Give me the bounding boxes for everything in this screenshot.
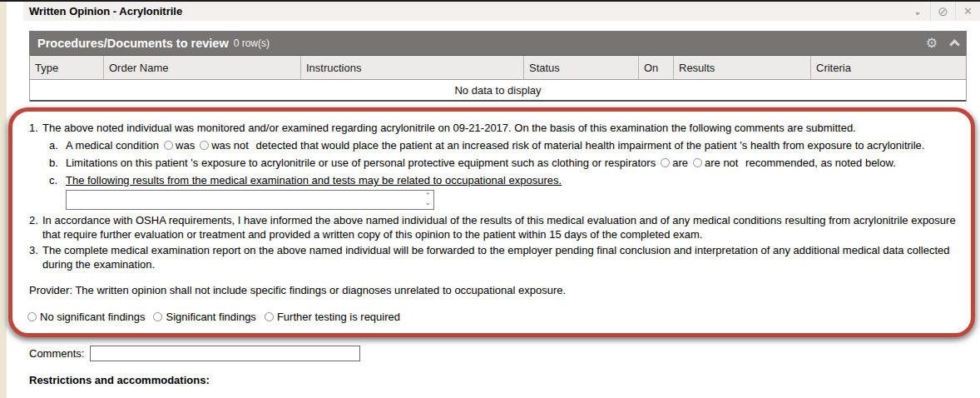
procedures-panel-header: Procedures/Documents to review 0 row(s) … xyxy=(29,31,967,55)
grid-header-row: Type Order Name Instructions Status On R… xyxy=(30,55,966,80)
opinion-item-1b: b. Limitations on this patient 's exposu… xyxy=(49,156,961,170)
item-1b-text-post: recommended, as noted below. xyxy=(745,157,896,169)
item-1c-text: The following results from the medical e… xyxy=(66,173,961,187)
window-controls: ⌄⌄ ⊘ ✕ xyxy=(905,2,980,21)
opinion-item-2: 2. In accordance with OSHA requirements,… xyxy=(22,213,961,241)
opinion-item-3-text: The complete medical examination report … xyxy=(42,243,961,271)
void-icon[interactable]: ⊘ xyxy=(930,2,955,21)
opinion-item-1c: c. The following results from the medica… xyxy=(49,173,961,187)
opinion-item-1a: a. A medical conditionwaswas not detecte… xyxy=(49,138,961,152)
window-titlebar: Written Opinion - Acrylonitrile ⌄⌄ ⊘ ✕ xyxy=(23,2,980,21)
column-header-status: Status xyxy=(524,56,639,79)
column-header-on: On xyxy=(639,56,674,79)
chevron-up-icon[interactable] xyxy=(949,39,960,50)
window-title: Written Opinion - Acrylonitrile xyxy=(23,5,182,17)
spinner-icon[interactable]: ⌃⌄ xyxy=(424,192,431,206)
radio-was[interactable] xyxy=(164,141,173,150)
opinion-item-2-text: In accordance with OSHA requirements, I … xyxy=(42,213,961,241)
item-1a-text-pre: A medical condition xyxy=(66,139,159,152)
written-opinion-highlight-section: 1. The above noted individual was monito… xyxy=(8,107,975,337)
radio-are-not[interactable] xyxy=(693,158,702,167)
exam-results-field-wrap: ⌃⌄ xyxy=(66,190,434,210)
procedures-grid: Type Order Name Instructions Status On R… xyxy=(29,55,967,102)
collapse-all-icon[interactable]: ⌄⌄ xyxy=(905,2,930,21)
column-header-instructions: Instructions xyxy=(301,56,524,79)
column-header-results: Results xyxy=(674,56,811,79)
findings-radio-group: No significant findings Significant find… xyxy=(27,311,961,323)
radio-significant-findings-label[interactable]: Significant findings xyxy=(166,311,255,323)
opinion-item-1-text: The above noted individual was monitored… xyxy=(42,121,961,135)
item-1a-text-post: detected that would place the patient at… xyxy=(256,139,925,152)
radio-are[interactable] xyxy=(661,158,670,167)
radio-further-testing-label[interactable]: Further testing is required xyxy=(277,311,400,323)
radio-no-significant-findings-label[interactable]: No significant findings xyxy=(40,311,145,323)
radio-no-significant-findings[interactable] xyxy=(27,312,37,321)
exam-results-input[interactable] xyxy=(66,190,434,210)
radio-was-not[interactable] xyxy=(200,141,209,150)
gear-icon[interactable]: ⚙ xyxy=(926,35,938,51)
comments-row: Comments: xyxy=(29,346,980,361)
procedures-panel-title: Procedures/Documents to review xyxy=(37,37,229,50)
item-1b-text-pre: Limitations on this patient 's exposure … xyxy=(66,157,656,169)
radio-was-label[interactable]: was xyxy=(176,139,195,152)
provider-note: Provider: The written opinion shall not … xyxy=(29,283,961,297)
radio-significant-findings[interactable] xyxy=(153,312,162,321)
procedures-panel: Procedures/Documents to review 0 row(s) … xyxy=(29,31,967,102)
row-count: 0 row(s) xyxy=(234,37,270,49)
radio-are-label[interactable]: are xyxy=(672,157,688,169)
restrictions-heading: Restrictions and accommodations: xyxy=(29,374,980,386)
comments-label: Comments: xyxy=(29,347,84,360)
empty-grid-message: No data to display xyxy=(30,80,966,102)
radio-are-not-label[interactable]: are not xyxy=(705,157,738,169)
comments-input[interactable] xyxy=(90,346,360,361)
opinion-item-3: 3. The complete medical examination repo… xyxy=(22,243,961,271)
close-icon[interactable]: ✕ xyxy=(955,2,980,21)
column-header-criteria: Criteria xyxy=(811,56,966,79)
radio-further-testing[interactable] xyxy=(265,312,274,321)
opinion-item-1: 1. The above noted individual was monito… xyxy=(22,121,961,135)
page-left-margin-strip xyxy=(0,2,7,398)
radio-was-not-label[interactable]: was not xyxy=(211,139,249,152)
column-header-order-name: Order Name xyxy=(104,56,301,79)
column-header-type: Type xyxy=(30,56,104,79)
